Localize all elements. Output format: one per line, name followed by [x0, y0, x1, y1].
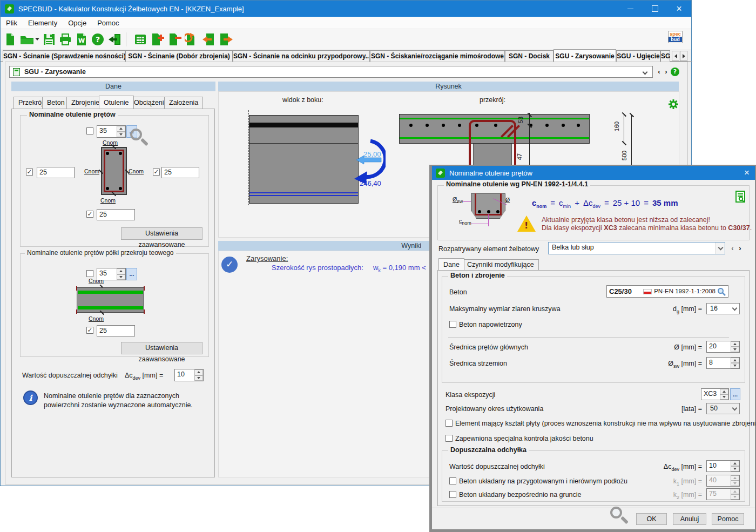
open-file-icon[interactable]: [20, 33, 39, 46]
combo-arrow-icon[interactable]: [730, 403, 739, 414]
maximize-button[interactable]: [643, 1, 667, 17]
main-bar-spinner[interactable]: 20: [706, 341, 740, 353]
tab-scroll-left-icon[interactable]: [672, 51, 679, 61]
tab-sgn-scinanie-odcinek[interactable]: SGN - Ścinanie na odcinku przypodporowy.…: [233, 50, 370, 62]
flange-top-dots-button[interactable]: ...: [126, 268, 137, 280]
module-next-button[interactable]: ›: [663, 66, 670, 78]
slab-shape-checkbox[interactable]: [446, 420, 453, 427]
dialog-close-icon[interactable]: ×: [739, 167, 755, 178]
rebar-layer-bottom: [78, 306, 143, 309]
slab-sketch: [77, 287, 144, 313]
spin-up-icon[interactable]: [194, 369, 203, 375]
print-icon[interactable]: [59, 33, 72, 46]
aggregate-combobox[interactable]: 16: [706, 303, 740, 314]
drawing-settings-gear-icon[interactable]: [669, 99, 678, 109]
module-selector[interactable]: SGU - Zarysowanie: [9, 66, 653, 78]
spin-down-icon[interactable]: [194, 375, 203, 381]
beton-field[interactable]: C25/30 PN-EN 1992-1-1:2008: [606, 285, 728, 298]
exit-icon[interactable]: [107, 33, 122, 46]
export-word-icon[interactable]: W: [75, 33, 88, 46]
spin-down-icon[interactable]: [117, 274, 125, 280]
spin-up-icon[interactable]: [731, 461, 739, 466]
cover-right-checkbox[interactable]: ✓: [153, 169, 160, 176]
close-button[interactable]: ×: [667, 1, 691, 17]
flange-advanced-settings-button[interactable]: Ustawienia zaawansowane: [121, 342, 202, 354]
subtab-zalozenia[interactable]: Założenia: [164, 97, 203, 109]
cover-top-spinner[interactable]: 35: [97, 125, 126, 138]
cancel-button[interactable]: Anuluj: [673, 513, 706, 525]
element-next-button[interactable]: ›: [737, 243, 744, 254]
dialog-tab-czynniki[interactable]: Czynniki modyfikujące: [462, 259, 539, 270]
tab-truncated[interactable]: SG: [660, 50, 670, 62]
cover-bottom-checkbox[interactable]: ✓: [86, 211, 93, 218]
remove-element-icon[interactable]: [167, 33, 181, 46]
previous-element-icon[interactable]: [202, 33, 216, 46]
tab-sgn-scinanie-nosnosc[interactable]: SGN - Ścinanie (Sprawdzenie nośności): [3, 50, 125, 62]
k2-checkbox[interactable]: [449, 491, 456, 498]
new-document-icon[interactable]: [4, 33, 17, 46]
deviation-value-spinner[interactable]: 10: [706, 460, 740, 472]
help-button[interactable]: Pomoc: [712, 513, 744, 525]
module-prev-button[interactable]: ‹: [656, 66, 663, 78]
exposure-dots-button[interactable]: ...: [730, 388, 740, 400]
spin-up-icon[interactable]: [720, 389, 728, 394]
spin-down-icon[interactable]: [720, 394, 728, 400]
air-entrained-checkbox[interactable]: [449, 321, 456, 328]
spin-up-icon[interactable]: [117, 268, 125, 274]
menu-plik[interactable]: Plik: [1, 19, 23, 27]
rename-element-icon[interactable]: [185, 33, 199, 46]
flange-bottom-checkbox[interactable]: ✓: [86, 327, 93, 334]
combo-arrow-icon[interactable]: [730, 304, 739, 314]
cover-left-field[interactable]: 25: [37, 167, 75, 178]
save-icon[interactable]: [43, 33, 56, 46]
open-file-dropdown-icon[interactable]: [35, 38, 39, 41]
next-element-icon[interactable]: [219, 33, 233, 46]
module-help-icon[interactable]: ?: [671, 68, 679, 76]
cover-right-field[interactable]: 25: [161, 167, 199, 178]
report-preview-icon[interactable]: [735, 191, 746, 203]
spin-down-icon[interactable]: [731, 347, 739, 352]
minimize-button[interactable]: [618, 1, 643, 17]
tab-sgu-ugiecie[interactable]: SGU - Ugięcie: [616, 50, 660, 62]
flange-top-checkbox[interactable]: [86, 270, 93, 277]
beton-search-icon[interactable]: [717, 287, 726, 296]
tab-sgn-scinanie-dobor[interactable]: SGN - Ścinanie (Dobór zbrojenia): [125, 50, 233, 62]
spin-down-icon[interactable]: [731, 363, 739, 368]
advanced-settings-button[interactable]: Ustawienia zaawansowane: [121, 227, 202, 240]
tab-sgu-zarysowanie[interactable]: SGU - Zarysowanie: [554, 49, 616, 62]
tab-sgn-sciskanie[interactable]: SGN - Ściskanie/rozciąganie mimośrodowe: [370, 50, 505, 62]
subtab-beton[interactable]: Beton: [42, 97, 70, 109]
help-icon[interactable]: ?: [91, 33, 104, 46]
k1-checkbox[interactable]: [449, 477, 456, 484]
exposure-spinner[interactable]: XC3: [701, 388, 729, 400]
cover-top-checkbox[interactable]: [86, 127, 93, 134]
spin-up-icon[interactable]: [731, 358, 739, 363]
cover-bottom-field[interactable]: 25: [97, 209, 135, 220]
menu-opcje[interactable]: Opcje: [63, 19, 92, 27]
stirrup-spinner[interactable]: 8: [706, 357, 740, 369]
service-life-combobox[interactable]: 50: [706, 403, 740, 414]
calculator-icon[interactable]: [134, 33, 147, 46]
spin-down-icon[interactable]: [731, 466, 739, 472]
element-combobox[interactable]: Belka lub słup: [548, 242, 725, 254]
flange-bottom-field[interactable]: 25: [97, 325, 135, 336]
combo-arrow-icon[interactable]: [716, 243, 725, 254]
element-prev-button[interactable]: ‹: [729, 243, 736, 254]
footer-separator: [432, 508, 755, 508]
subtab-otulenie[interactable]: Otulenie: [99, 96, 134, 109]
menu-pomoc[interactable]: Pomoc: [92, 19, 124, 27]
dialog-tab-dane[interactable]: Dane: [438, 258, 464, 270]
tab-scroll-right-icon[interactable]: [680, 51, 687, 61]
cover-left-checkbox[interactable]: ✓: [26, 169, 33, 176]
spin-down-icon[interactable]: [117, 132, 125, 138]
add-element-icon[interactable]: [150, 33, 164, 46]
deviation-spinner[interactable]: 10: [174, 369, 204, 381]
slab-tick: [76, 286, 77, 291]
module-dropdown-icon[interactable]: [643, 69, 648, 75]
ok-button[interactable]: OK: [636, 513, 667, 525]
tab-sgn-docisk[interactable]: SGN - Docisk: [505, 50, 554, 62]
menu-elementy[interactable]: Elementy: [23, 19, 63, 27]
spin-up-icon[interactable]: [117, 126, 125, 132]
quality-control-checkbox[interactable]: [446, 435, 453, 442]
spin-up-icon[interactable]: [731, 341, 739, 347]
